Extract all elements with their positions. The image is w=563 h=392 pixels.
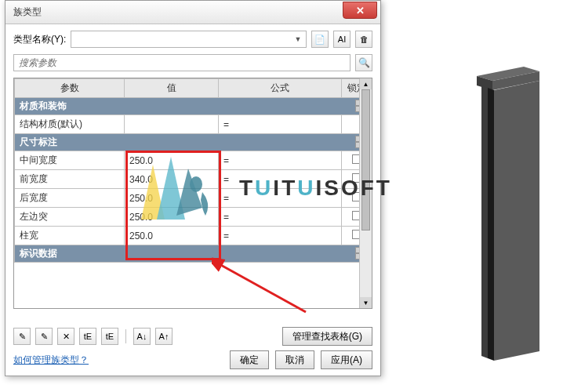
search-button[interactable]: 🔍 — [355, 54, 372, 71]
cell-param[interactable]: 柱宽 — [15, 227, 125, 245]
group-label: 尺寸标注 — [20, 136, 57, 147]
x-icon: ✕ — [63, 332, 70, 342]
cell-value[interactable]: 250.0 — [125, 151, 219, 170]
type-name-label: 类型名称(Y): — [13, 33, 66, 46]
scroll-down-icon[interactable]: ▼ — [360, 297, 372, 308]
table-row[interactable]: 左边突 250.0 = — [15, 208, 372, 227]
new-type-button[interactable]: 📄 — [311, 31, 329, 48]
cell-formula[interactable]: = — [219, 227, 342, 245]
cell-value[interactable]: 340.0 — [125, 170, 219, 189]
cell-param[interactable]: 中间宽度 — [15, 151, 125, 170]
new-icon: 📄 — [314, 34, 325, 45]
move-down-button[interactable]: tE — [101, 328, 118, 345]
params-table: 参数 值 公式 锁定 材质和装饰 ▴▾ 结构材质(默认) — [14, 78, 372, 263]
cell-param[interactable]: 后宽度 — [15, 189, 125, 208]
delete-type-button[interactable]: 🗑 — [355, 31, 372, 48]
col-formula-header[interactable]: 公式 — [219, 79, 342, 98]
params-table-container: 参数 值 公式 锁定 材质和装饰 ▴▾ 结构材质(默认) — [13, 78, 372, 309]
cell-formula[interactable]: = — [219, 189, 342, 208]
divider — [125, 329, 126, 343]
svg-marker-4 — [488, 88, 494, 361]
search-icon: 🔍 — [358, 57, 370, 68]
up-icon: tE — [84, 332, 92, 341]
vertical-scrollbar[interactable]: ▲ ▼ — [359, 78, 372, 308]
col-value-header[interactable]: 值 — [125, 79, 219, 98]
group-header[interactable]: 标识数据 ▴▾ — [15, 245, 372, 263]
model-preview — [477, 67, 539, 361]
apply-button[interactable]: 应用(A) — [321, 350, 372, 369]
delete-param-button[interactable]: ✕ — [57, 328, 74, 345]
close-icon: ✕ — [356, 5, 365, 16]
sort-asc-icon: A↓ — [137, 332, 147, 341]
svg-marker-3 — [481, 85, 488, 358]
search-input[interactable] — [13, 54, 351, 71]
family-types-dialog: 族类型 ✕ 类型名称(Y): ▼ 📄 AI 🗑 🔍 — [5, 0, 381, 376]
manage-lookup-button[interactable]: 管理查找表格(G) — [282, 327, 372, 346]
cell-formula[interactable]: = — [219, 208, 342, 227]
group-label: 标识数据 — [20, 248, 57, 259]
table-row[interactable]: 结构材质(默认) = — [15, 115, 372, 134]
cell-param[interactable]: 左边突 — [15, 208, 125, 227]
cell-value[interactable]: 250.0 — [125, 189, 219, 208]
cell-value[interactable]: 250.0 — [125, 208, 219, 227]
chevron-down-icon: ▼ — [293, 34, 303, 44]
cell-value[interactable]: 250.0 — [125, 227, 219, 245]
sort-desc-icon: A↑ — [159, 332, 169, 341]
svg-marker-5 — [494, 81, 539, 361]
move-up-button[interactable]: tE — [79, 328, 96, 345]
new-param-button[interactable]: ✎ — [35, 328, 53, 345]
scroll-up-icon[interactable]: ▲ — [360, 78, 372, 89]
help-link[interactable]: 如何管理族类型？ — [13, 354, 89, 367]
sort-asc-button[interactable]: A↓ — [133, 328, 151, 345]
rename-icon: AI — [338, 34, 346, 44]
type-name-dropdown[interactable]: ▼ — [71, 31, 307, 48]
cell-formula[interactable]: = — [219, 115, 342, 134]
sort-desc-button[interactable]: A↑ — [155, 328, 173, 345]
title-bar: 族类型 ✕ — [5, 1, 380, 24]
delete-icon: 🗑 — [360, 34, 369, 44]
pencil-icon: ✎ — [19, 332, 26, 342]
cell-value[interactable] — [125, 115, 219, 134]
cancel-button[interactable]: 取消 — [275, 350, 314, 369]
close-button[interactable]: ✕ — [343, 2, 377, 19]
edit-param-button[interactable]: ✎ — [13, 328, 31, 345]
group-header[interactable]: 尺寸标注 ▴▾ — [15, 134, 372, 151]
scroll-thumb[interactable] — [361, 89, 370, 230]
rename-type-button[interactable]: AI — [333, 31, 351, 48]
ok-button[interactable]: 确定 — [230, 350, 269, 369]
cell-formula[interactable]: = — [219, 151, 342, 170]
pencil-star-icon: ✎ — [41, 332, 48, 342]
group-header[interactable]: 材质和装饰 ▴▾ — [15, 98, 372, 115]
table-row[interactable]: 前宽度 340.0 = — [15, 170, 372, 189]
cell-formula[interactable]: = — [219, 170, 342, 189]
cell-param[interactable]: 结构材质(默认) — [15, 115, 125, 134]
cell-param[interactable]: 前宽度 — [15, 170, 125, 189]
dialog-title: 族类型 — [13, 5, 42, 19]
group-label: 材质和装饰 — [20, 100, 67, 111]
down-icon: tE — [106, 332, 114, 341]
col-param-header[interactable]: 参数 — [15, 79, 125, 98]
table-row[interactable]: 中间宽度 250.0 = — [15, 151, 372, 170]
table-row[interactable]: 柱宽 250.0 = — [15, 227, 372, 245]
table-row[interactable]: 后宽度 250.0 = — [15, 189, 372, 208]
